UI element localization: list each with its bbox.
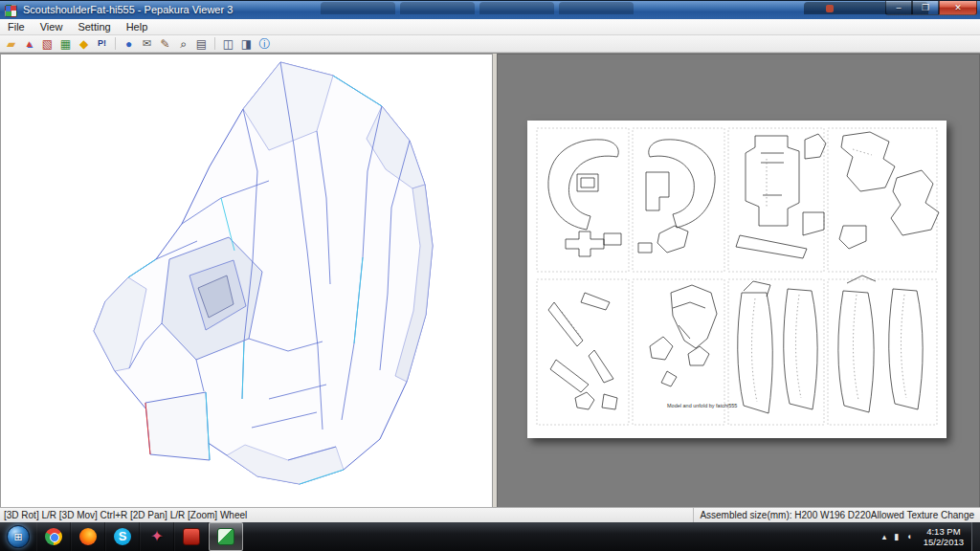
protect-shield-icon[interactable]: ◆ xyxy=(76,36,92,51)
system-tray: ▴ ▮ ◖ 4:13 PM 15/2/2013 xyxy=(879,522,980,551)
texture-view-icon[interactable]: ▦ xyxy=(57,36,74,51)
mail-icon[interactable]: ✉ xyxy=(139,36,155,51)
taskbar: ⊞ S ✦ ▴ ▮ ◖ 4:13 PM 15/2/2013 xyxy=(0,522,980,551)
taskbar-skype[interactable]: S xyxy=(105,522,140,551)
background-window-tab xyxy=(400,2,475,14)
taskbar-pepakura-viewer[interactable] xyxy=(209,522,243,551)
network-icon[interactable]: ▮ xyxy=(890,532,902,541)
taskbar-chrome[interactable] xyxy=(36,522,71,551)
clock[interactable]: 4:13 PM 15/2/2013 xyxy=(916,526,971,547)
assembled-size-text: Assembled size(mm): H200 W196 D220 xyxy=(700,510,870,520)
firefox-icon xyxy=(79,528,97,545)
close-button[interactable]: ✕ xyxy=(939,1,977,15)
status-right: Assembled size(mm): H200 W196 D220 Allow… xyxy=(693,508,980,522)
2d-pattern-pane[interactable]: Model and unfold by fatchi555 xyxy=(497,54,980,508)
toolbar-separator xyxy=(115,37,116,50)
toolbar-separator xyxy=(214,37,215,50)
media-app-icon xyxy=(183,528,200,545)
skype-icon: S xyxy=(114,528,131,545)
pattern-credit-text: Model and unfold by fatchi555 xyxy=(667,403,737,408)
3d-model-canvas[interactable] xyxy=(1,55,492,507)
minimize-button[interactable]: – xyxy=(885,1,912,15)
material-gem-icon[interactable]: ● xyxy=(121,36,137,51)
print-icon[interactable]: ▤ xyxy=(193,36,210,51)
start-button[interactable]: ⊞ xyxy=(0,522,36,551)
show-desktop-button[interactable] xyxy=(971,522,980,551)
background-window-tab xyxy=(559,2,634,14)
background-window-tab xyxy=(479,2,554,14)
clock-date: 15/2/2013 xyxy=(924,537,964,547)
texture-status-text: Allowed Texture Change xyxy=(871,510,974,520)
3d-shoulder-model xyxy=(94,62,433,484)
mouse-hints: [3D Rot] L/R [3D Mov] Ctrl+R [2D Pan] L/… xyxy=(0,510,247,520)
status-bar: [3D Rot] L/R [3D Mov] Ctrl+R [2D Pan] L/… xyxy=(0,507,980,522)
edit-measure-icon[interactable]: ✎ xyxy=(157,36,173,51)
pattern-canvas: Model and unfold by fatchi555 xyxy=(527,121,947,438)
layout-right-icon[interactable]: ◨ xyxy=(238,36,255,51)
layout-split-icon[interactable]: ◫ xyxy=(220,36,236,51)
client-area: Model and unfold by fatchi555 xyxy=(0,53,980,507)
zoom-icon[interactable]: ⌕ xyxy=(175,36,191,51)
pepakura-designer-icon: ✦ xyxy=(148,528,166,545)
windows-logo-icon: ⊞ xyxy=(7,525,30,548)
open-folder-icon[interactable]: ▰ xyxy=(3,36,19,51)
info-icon[interactable]: ⓘ xyxy=(256,36,273,51)
taskbar-firefox[interactable] xyxy=(71,522,105,551)
pepakura-app-icon xyxy=(5,5,17,17)
toolbar: ▰ ▲ ▧ ▦ ◆ P! ● ✉ ✎ ⌕ ▤ ◫ ◨ ⓘ xyxy=(0,35,980,53)
menu-file[interactable]: File xyxy=(0,20,33,33)
menu-view[interactable]: View xyxy=(33,20,71,33)
3d-viewport[interactable] xyxy=(0,54,493,508)
desktop: ScoutshoulderFat-hi555 - Pepakura Viewer… xyxy=(0,0,980,551)
menu-bar: File View Setting Help xyxy=(0,19,980,35)
taskbar-media-app[interactable] xyxy=(174,522,209,551)
3d-view-icon[interactable]: ▧ xyxy=(39,36,56,51)
pepakura-viewer-icon xyxy=(217,528,234,545)
chrome-icon xyxy=(45,528,62,545)
window-title: ScoutshoulderFat-hi555 - Pepakura Viewer… xyxy=(23,4,233,15)
taskbar-pepakura-designer[interactable]: ✦ xyxy=(140,522,174,551)
page-p1-icon[interactable]: P! xyxy=(94,36,110,51)
pepakura-logo-icon[interactable]: ▲ xyxy=(21,36,37,51)
pattern-page[interactable]: Model and unfold by fatchi555 xyxy=(527,121,947,438)
window-titlebar[interactable]: ScoutshoulderFat-hi555 - Pepakura Viewer… xyxy=(0,0,980,19)
pattern-pieces xyxy=(548,132,939,413)
show-hidden-icons-icon[interactable]: ▴ xyxy=(879,532,891,541)
cut-group-borders xyxy=(537,128,937,425)
background-window-tab xyxy=(321,2,395,14)
volume-icon[interactable]: ◖ xyxy=(902,532,915,541)
window-controls: – ❐ ✕ xyxy=(885,1,977,15)
background-tab-favicon xyxy=(826,5,834,12)
menu-help[interactable]: Help xyxy=(119,20,156,33)
maximize-button[interactable]: ❐ xyxy=(912,1,939,15)
clock-time: 4:13 PM xyxy=(924,526,964,537)
menu-setting[interactable]: Setting xyxy=(70,20,118,33)
fold-lines xyxy=(562,149,906,402)
